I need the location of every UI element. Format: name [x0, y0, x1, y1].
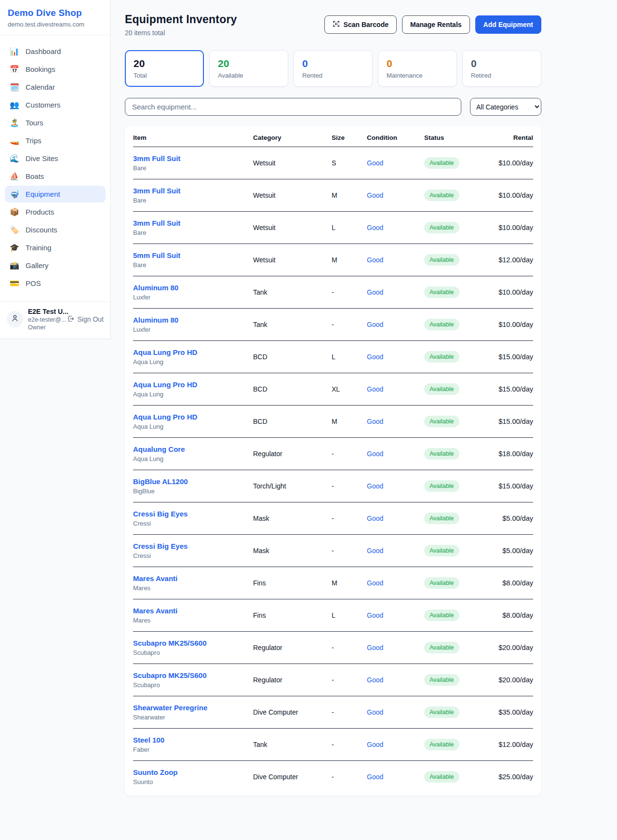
search-input[interactable] [125, 98, 461, 116]
condition-link[interactable]: Good [367, 159, 424, 167]
sidebar-item-products[interactable]: 📦 Products [5, 203, 106, 220]
item-name-link[interactable]: Aqua Lung Pro HD [133, 348, 253, 356]
item-cell: Shearwater Peregrine Shearwater [133, 704, 253, 721]
status-badge: Available [424, 610, 459, 621]
item-name-link[interactable]: 3mm Full Suit [133, 154, 253, 163]
item-name-link[interactable]: Mares Avanti [133, 574, 253, 583]
item-brand: Luxfer [133, 326, 253, 333]
size-cell: - [332, 515, 367, 522]
condition-link[interactable]: Good [367, 482, 424, 490]
item-name-link[interactable]: Cressi Big Eyes [133, 542, 253, 550]
status-badge: Available [424, 674, 459, 686]
page-header: Equipment Inventory 20 items total Scan … [125, 13, 541, 37]
condition-link[interactable]: Good [367, 191, 424, 199]
sidebar-item-dive-sites[interactable]: 🌊 Dive Sites [5, 150, 106, 167]
stat-card-rented[interactable]: 0 Rented [294, 50, 373, 87]
stat-card-available[interactable]: 20 Available [209, 50, 288, 87]
status-badge: Available [424, 383, 459, 395]
item-name-link[interactable]: Steel 100 [133, 736, 253, 744]
item-name-link[interactable]: Suunto Zoop [133, 768, 253, 776]
item-brand: Aqua Lung [133, 358, 253, 366]
item-name-link[interactable]: Aluminum 80 [133, 316, 253, 324]
size-cell: - [332, 644, 367, 651]
item-name-link[interactable]: Cressi Big Eyes [133, 510, 253, 518]
page-title-block: Equipment Inventory 20 items total [125, 13, 237, 37]
condition-link[interactable]: Good [367, 450, 424, 458]
stat-card-maintenance[interactable]: 0 Maintenance [378, 50, 457, 87]
user-info: E2E Test U... e2e-tester@... Owner [28, 308, 61, 331]
item-cell: Cressi Big Eyes Cressi [133, 542, 253, 559]
condition-link[interactable]: Good [367, 579, 424, 587]
sidebar-item-gallery[interactable]: 📸 Gallery [5, 257, 106, 274]
item-name-link[interactable]: Mares Avanti [133, 607, 253, 615]
status-cell: Available [424, 190, 488, 201]
sidebar-item-calendar[interactable]: 🗓️ Calendar [5, 79, 106, 95]
item-name-link[interactable]: 3mm Full Suit [133, 187, 253, 195]
status-badge: Available [424, 351, 459, 363]
item-name-link[interactable]: Scubapro MK25/S600 [133, 671, 253, 679]
status-badge: Available [424, 513, 459, 524]
rental-cell: $35.00/day [488, 708, 533, 716]
condition-link[interactable]: Good [367, 353, 424, 361]
condition-link[interactable]: Good [367, 741, 424, 748]
add-equipment-label: Add Equipment [483, 21, 533, 28]
rental-cell: $12.00/day [488, 256, 533, 264]
condition-link[interactable]: Good [367, 418, 424, 425]
nav-icon: 🚤 [10, 136, 19, 145]
sidebar-item-customers[interactable]: 👥 Customers [5, 96, 106, 113]
nav-label: Products [26, 208, 54, 216]
condition-link[interactable]: Good [367, 644, 424, 651]
condition-link[interactable]: Good [367, 385, 424, 393]
sidebar-item-dashboard[interactable]: 📊 Dashboard [5, 43, 106, 60]
item-name-link[interactable]: Aqua Lung Pro HD [133, 413, 253, 421]
condition-link[interactable]: Good [367, 547, 424, 555]
sidebar-item-discounts[interactable]: 🏷️ Discounts [5, 221, 106, 238]
manage-rentals-label: Manage Rentals [410, 21, 462, 28]
sign-out-icon [67, 315, 75, 324]
condition-link[interactable]: Good [367, 611, 424, 619]
nav-label: Dive Sites [26, 154, 58, 163]
sidebar-item-boats[interactable]: ⛵ Boats [5, 168, 106, 185]
item-name-link[interactable]: Shearwater Peregrine [133, 704, 253, 712]
condition-link[interactable]: Good [367, 515, 424, 522]
stat-card-retired[interactable]: 0 Retired [462, 50, 541, 87]
table-row: Aluminum 80 Luxfer Tank - Good Available… [133, 276, 533, 309]
sidebar-item-trips[interactable]: 🚤 Trips [5, 132, 106, 149]
item-name-link[interactable]: Scubapro MK25/S600 [133, 639, 253, 647]
sign-out-button[interactable]: Sign Out [67, 315, 104, 324]
manage-rentals-button[interactable]: Manage Rentals [402, 15, 470, 34]
condition-link[interactable]: Good [367, 256, 424, 264]
condition-link[interactable]: Good [367, 321, 424, 328]
condition-link[interactable]: Good [367, 288, 424, 296]
item-name-link[interactable]: Aluminum 80 [133, 284, 253, 292]
sidebar-item-pos[interactable]: 💳 POS [5, 275, 106, 292]
status-badge: Available [424, 448, 459, 460]
item-brand: BigBlue [133, 488, 253, 495]
table-body: 3mm Full Suit Bare Wetsuit S Good Availa… [133, 147, 533, 793]
add-equipment-button[interactable]: Add Equipment [475, 15, 541, 34]
stat-card-total[interactable]: 20 Total [125, 50, 204, 87]
sidebar-item-tours[interactable]: 🏝️ Tours [5, 114, 106, 131]
sidebar-item-bookings[interactable]: 📅 Bookings [5, 61, 106, 78]
condition-link[interactable]: Good [367, 224, 424, 231]
sidebar-item-equipment[interactable]: 🤿 Equipment [5, 186, 106, 203]
size-cell: M [332, 256, 367, 264]
condition-link[interactable]: Good [367, 676, 424, 684]
item-name-link[interactable]: Aqua Lung Pro HD [133, 380, 253, 389]
item-name-link[interactable]: 5mm Full Suit [133, 251, 253, 259]
item-name-link[interactable]: Aqualung Core [133, 445, 253, 453]
category-select[interactable]: All Categories [470, 98, 541, 116]
scan-barcode-button[interactable]: Scan Barcode [324, 15, 397, 34]
item-name-link[interactable]: 3mm Full Suit [133, 219, 253, 227]
status-cell: Available [424, 351, 488, 363]
condition-link[interactable]: Good [367, 708, 424, 716]
sidebar-item-training[interactable]: 🎓 Training [5, 239, 106, 256]
status-cell: Available [424, 706, 488, 718]
condition-link[interactable]: Good [367, 773, 424, 781]
status-badge: Available [424, 319, 459, 330]
status-cell: Available [424, 577, 488, 589]
table-row: Aqua Lung Pro HD Aqua Lung BCD M Good Av… [133, 406, 533, 438]
scan-barcode-label: Scan Barcode [344, 21, 389, 28]
item-name-link[interactable]: BigBlue AL1200 [133, 477, 253, 486]
rental-cell: $10.00/day [488, 191, 533, 199]
